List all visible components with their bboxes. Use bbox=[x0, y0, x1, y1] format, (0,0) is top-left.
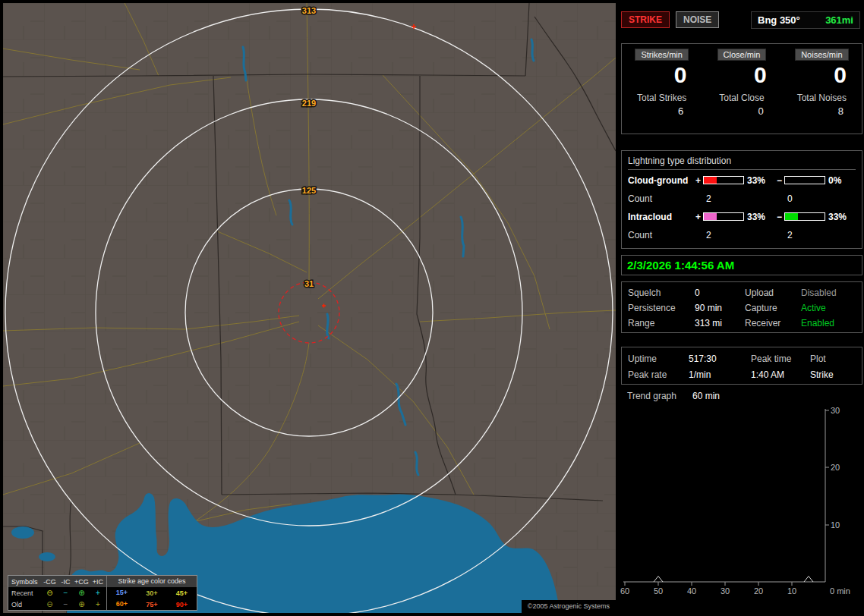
noises-per-min-label: Noises/min bbox=[795, 49, 848, 61]
lightning-tracker-window: 313 219 125 31 Symbols -CG -IC +CG +IC S… bbox=[0, 0, 864, 616]
legend-old-label: Old bbox=[8, 601, 42, 608]
peak-time-value: 1:40 AM bbox=[751, 369, 810, 380]
intracloud-row: Intracloud + 33% − 33% bbox=[628, 208, 856, 225]
legend-col-neg-cg: -CG bbox=[42, 578, 58, 586]
legend-age-header: Strike age color codes bbox=[106, 576, 197, 587]
legend-header-row: Symbols -CG -IC +CG +IC Strike age color… bbox=[8, 576, 197, 587]
cg-positive-fill bbox=[704, 177, 717, 184]
plus-sign: + bbox=[693, 212, 703, 222]
current-datetime: 2/3/2026 1:44:56 AM bbox=[627, 259, 734, 272]
minus-sign: − bbox=[774, 212, 784, 222]
total-noises-label: Total Noises bbox=[782, 93, 862, 103]
receiver-status-panel: Squelch 0 Upload Disabled Persistence 90… bbox=[621, 281, 862, 333]
ic-positive-count: 2 bbox=[703, 230, 744, 240]
ring-label-313: 313 bbox=[302, 6, 316, 15]
trend-graph: 30 20 10 60 50 40 30 20 10 0 min bbox=[620, 406, 863, 616]
y-tick-marks bbox=[825, 410, 829, 525]
origin-label: 0 min bbox=[830, 586, 850, 596]
bearing-readout: Bng 350° 361mi bbox=[751, 11, 860, 29]
strikes-per-min-value: 0 bbox=[622, 62, 702, 88]
count-label: Count bbox=[628, 193, 693, 204]
status-row: Persistence 90 min Capture Active bbox=[628, 300, 856, 316]
ic-positive-bar bbox=[703, 212, 744, 221]
cloud-ground-count-row: Count 2 0 bbox=[628, 189, 856, 208]
age-30: 30+ bbox=[137, 589, 167, 597]
datetime-panel: 2/3/2026 1:44:56 AM bbox=[621, 255, 862, 275]
upload-label: Upload bbox=[745, 288, 801, 298]
y-tick-30: 30 bbox=[831, 406, 840, 415]
legend-old-row: Old ⊖ − ⊕ + 60+ 75+ 90+ bbox=[8, 599, 197, 610]
close-per-min-value: 0 bbox=[702, 62, 781, 88]
y-tick-20: 20 bbox=[831, 463, 840, 472]
trend-graph-header: Trend graph 60 min bbox=[627, 391, 720, 401]
x-tick-60: 60 bbox=[620, 586, 629, 596]
noises-column: Noises/min 0 Total Noises 8 bbox=[782, 49, 862, 134]
age-15: 15+ bbox=[106, 587, 137, 599]
strike-mode-button[interactable]: STRIKE bbox=[621, 11, 670, 28]
ring-label-219: 219 bbox=[302, 99, 316, 108]
age-90: 90+ bbox=[167, 601, 197, 608]
legend-recent-label: Recent bbox=[8, 589, 42, 597]
cg-positive-percent: 33% bbox=[744, 175, 774, 186]
ic-negative-count: 2 bbox=[784, 230, 825, 240]
total-noises-value: 8 bbox=[782, 105, 862, 117]
total-close-value: 0 bbox=[702, 105, 781, 117]
status-row: Squelch 0 Upload Disabled bbox=[628, 285, 856, 300]
divider bbox=[628, 169, 856, 170]
uptime-panel: Uptime 517:30 Peak time Plot Peak rate 1… bbox=[621, 347, 862, 385]
count-label: Count bbox=[628, 230, 693, 240]
cloud-ground-label: Cloud-ground bbox=[628, 175, 693, 186]
legend-recent-row: Recent ⊖ − ⊕ + 15+ 30+ 45+ bbox=[8, 587, 197, 599]
peak-rate-value: 1/min bbox=[689, 369, 751, 380]
age-75: 75+ bbox=[137, 601, 167, 608]
ring-label-31: 31 bbox=[304, 279, 314, 288]
ic-negative-percent: 33% bbox=[825, 212, 850, 222]
intracloud-label: Intracloud bbox=[628, 212, 693, 222]
rate-counters-panel: Strikes/min 0 Total Strikes 6 Close/min … bbox=[621, 43, 862, 134]
receiver-label: Receiver bbox=[745, 318, 801, 328]
map-svg[interactable]: 313 219 125 31 bbox=[3, 3, 616, 613]
peak-time-label: Peak time bbox=[751, 354, 810, 364]
ring-label-125: 125 bbox=[302, 186, 316, 195]
trend-spike bbox=[654, 577, 663, 583]
legend-col-neg-ic: -IC bbox=[58, 578, 74, 586]
x-tick-40: 40 bbox=[687, 586, 696, 596]
cloud-ground-row: Cloud-ground + 33% − 0% bbox=[628, 171, 856, 189]
receiver-value: Enabled bbox=[801, 318, 856, 328]
cg-positive-count: 2 bbox=[703, 193, 744, 204]
map-area[interactable]: 313 219 125 31 Symbols -CG -IC +CG +IC S… bbox=[3, 3, 616, 613]
old-pos-ic-icon: + bbox=[90, 601, 106, 608]
plus-sign: + bbox=[693, 175, 703, 186]
x-tick-marks bbox=[625, 582, 792, 586]
close-column: Close/min 0 Total Close 0 bbox=[702, 49, 781, 134]
capture-label: Capture bbox=[745, 303, 801, 313]
recent-pos-cg-icon: ⊕ bbox=[74, 589, 90, 597]
distribution-title: Lightning type distribution bbox=[628, 154, 856, 169]
cg-negative-count: 0 bbox=[784, 193, 825, 204]
noises-per-min-value: 0 bbox=[782, 62, 862, 88]
old-pos-cg-icon: ⊕ bbox=[74, 601, 90, 608]
ic-positive-percent: 33% bbox=[744, 212, 774, 222]
legend-col-pos-ic: +IC bbox=[90, 578, 106, 586]
noise-mode-button[interactable]: NOISE bbox=[676, 11, 719, 28]
uptime-label: Uptime bbox=[628, 354, 689, 364]
legend-symbols-header: Symbols bbox=[8, 578, 42, 586]
persistence-label: Persistence bbox=[628, 303, 695, 313]
cg-positive-bar bbox=[703, 176, 744, 184]
range-label: Range bbox=[628, 318, 695, 328]
lightning-distribution-panel: Lightning type distribution Cloud-ground… bbox=[621, 150, 862, 249]
bearing-distance: 361mi bbox=[825, 14, 853, 26]
total-strikes-label: Total Strikes bbox=[622, 93, 702, 103]
upload-value: Disabled bbox=[801, 288, 856, 298]
recent-pos-ic-icon: + bbox=[90, 589, 106, 597]
x-tick-20: 20 bbox=[754, 586, 763, 596]
old-neg-cg-icon: ⊖ bbox=[42, 601, 58, 608]
persistence-value: 90 min bbox=[695, 303, 745, 313]
sidebar: STRIKE NOISE Bng 350° 361mi Strikes/min … bbox=[619, 0, 864, 616]
plot-label: Plot bbox=[810, 354, 856, 364]
copyright-notice: ©2005 Astrogenic Systems bbox=[522, 600, 616, 613]
squelch-value: 0 bbox=[695, 288, 745, 298]
minus-sign: − bbox=[774, 175, 784, 186]
ic-positive-fill bbox=[704, 213, 717, 220]
strikes-column: Strikes/min 0 Total Strikes 6 bbox=[622, 49, 702, 134]
